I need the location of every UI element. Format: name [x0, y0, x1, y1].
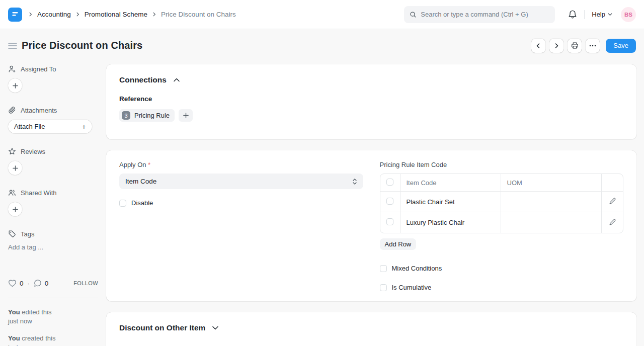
- disable-checkbox-row[interactable]: Disable: [119, 199, 363, 207]
- disable-checkbox[interactable]: [119, 200, 126, 207]
- plus-icon: [13, 83, 18, 89]
- row-checkbox[interactable]: [386, 218, 393, 225]
- item-code-cell[interactable]: Plastic Chair Set: [400, 192, 501, 212]
- edit-row-icon[interactable]: [609, 198, 616, 204]
- apply-on-card: Apply On * Item Code Disable P: [106, 150, 636, 301]
- attach-file-button[interactable]: Attach File +: [8, 120, 92, 133]
- avatar[interactable]: BS: [621, 7, 636, 22]
- pricing-rule-link[interactable]: 3 Pricing Rule: [119, 109, 175, 122]
- item-code-cell[interactable]: Luxury Plastic Chair: [400, 212, 501, 233]
- select-all-checkbox[interactable]: [386, 179, 393, 186]
- help-menu[interactable]: Help: [592, 11, 612, 18]
- paperclip-icon: [8, 106, 16, 114]
- row-checkbox[interactable]: [386, 198, 393, 205]
- connections-title: Connections: [119, 75, 167, 84]
- activity-entry: You created this just now: [8, 334, 98, 346]
- uom-cell[interactable]: [501, 192, 602, 212]
- table-header-row: Item Code UOM: [380, 174, 623, 192]
- next-document-button[interactable]: [549, 39, 564, 53]
- attachments-label: Attachments: [21, 107, 57, 114]
- pricing-rule-item-code-label: Pricing Rule Item Code: [380, 161, 624, 168]
- form-main: Connections Reference 3 Pricing Rule: [106, 55, 644, 346]
- plus-icon: +: [82, 123, 86, 131]
- assigned-to-section: Assigned To: [8, 65, 98, 73]
- mixed-conditions-row[interactable]: Mixed Conditions: [380, 265, 624, 272]
- comment-icon[interactable]: [34, 279, 42, 287]
- discount-on-other-item-header[interactable]: Discount on Other Item: [119, 323, 623, 332]
- printer-icon: [571, 42, 579, 49]
- menu-ellipsis-button[interactable]: [586, 39, 600, 53]
- prev-document-button[interactable]: [531, 39, 545, 53]
- follow-button[interactable]: FOLLOW: [73, 280, 98, 286]
- discount-on-other-item-card: Discount on Other Item: [106, 312, 636, 346]
- chevron-left-icon: [535, 43, 541, 49]
- chevron-down-icon: [212, 326, 218, 330]
- user-plus-icon: [8, 65, 16, 73]
- tags-label: Tags: [21, 230, 34, 238]
- mixed-conditions-label: Mixed Conditions: [392, 265, 442, 272]
- is-cumulative-label: Is Cumulative: [392, 284, 432, 291]
- print-button[interactable]: [568, 39, 582, 53]
- activity-time: just now: [8, 343, 98, 346]
- select-arrows-icon: [352, 178, 357, 185]
- mixed-conditions-checkbox[interactable]: [380, 265, 387, 272]
- is-cumulative-row[interactable]: Is Cumulative: [380, 284, 624, 291]
- app-logo-icon[interactable]: [8, 8, 22, 22]
- save-button[interactable]: Save: [606, 39, 636, 53]
- add-assignment-button[interactable]: [8, 78, 22, 93]
- breadcrumb-current: Price Discount on Chairs: [161, 11, 236, 18]
- form-right-column: Pricing Rule Item Code Item Code UOM: [380, 161, 624, 291]
- chevron-right-icon: [553, 43, 559, 49]
- navbar: Accounting Promotional Scheme Price Disc…: [0, 0, 644, 29]
- connections-card: Connections Reference 3 Pricing Rule: [106, 64, 636, 139]
- pricing-rule-item-table: Item Code UOM Plastic Chair Set Luxury P…: [380, 174, 624, 233]
- uom-column-header: UOM: [501, 174, 602, 192]
- star-icon: [8, 147, 16, 155]
- add-share-button[interactable]: [8, 202, 22, 216]
- edit-row-icon[interactable]: [609, 219, 616, 225]
- like-count: 0: [20, 280, 24, 287]
- uom-cell[interactable]: [501, 212, 602, 233]
- reviews-label: Reviews: [21, 148, 45, 155]
- plus-icon: [183, 113, 189, 118]
- add-row-button[interactable]: Add Row: [380, 238, 417, 250]
- attach-file-label: Attach File: [14, 123, 45, 130]
- breadcrumb-promotional-scheme[interactable]: Promotional Scheme: [85, 11, 147, 18]
- apply-on-value: Item Code: [125, 178, 156, 185]
- activity-entry: You edited this just now: [8, 308, 98, 326]
- attachments-section: Attachments: [8, 106, 98, 114]
- add-connection-button[interactable]: [179, 109, 193, 122]
- reference-label: Reference: [119, 95, 623, 103]
- form-sidebar: Assigned To Attachments Attach File + Re…: [0, 55, 106, 346]
- chevron-right-icon: [28, 12, 33, 17]
- chevron-right-icon: [152, 12, 156, 17]
- plus-icon: [13, 165, 18, 171]
- tags-section: Tags: [8, 230, 98, 238]
- comment-count: 0: [45, 280, 49, 287]
- divider: [584, 10, 585, 19]
- table-row[interactable]: Plastic Chair Set: [380, 192, 623, 212]
- link-count-badge: 3: [122, 111, 130, 120]
- dot-separator: ·: [28, 280, 30, 287]
- heart-icon[interactable]: [8, 279, 17, 287]
- reviews-section: Reviews: [8, 147, 98, 155]
- tag-icon: [8, 230, 16, 238]
- assigned-to-label: Assigned To: [21, 65, 56, 73]
- breadcrumb-accounting[interactable]: Accounting: [37, 11, 71, 18]
- connections-header[interactable]: Connections: [119, 75, 623, 84]
- sidebar-toggle-icon[interactable]: [8, 42, 17, 50]
- table-row[interactable]: Luxury Plastic Chair: [380, 212, 623, 233]
- activity-actor: You: [8, 334, 20, 342]
- search-input[interactable]: [421, 11, 549, 18]
- page-head: Price Discount on Chairs Save: [0, 29, 644, 55]
- add-tag-input[interactable]: Add a tag ...: [8, 243, 98, 251]
- apply-on-select[interactable]: Item Code: [119, 174, 363, 189]
- global-search[interactable]: [404, 6, 555, 23]
- help-label: Help: [592, 11, 605, 18]
- notifications-bell-icon[interactable]: [568, 10, 577, 19]
- link-label: Pricing Rule: [134, 112, 170, 119]
- is-cumulative-checkbox[interactable]: [380, 284, 387, 291]
- activity-actor: You: [8, 308, 20, 316]
- users-icon: [8, 189, 16, 197]
- add-review-button[interactable]: [8, 161, 22, 175]
